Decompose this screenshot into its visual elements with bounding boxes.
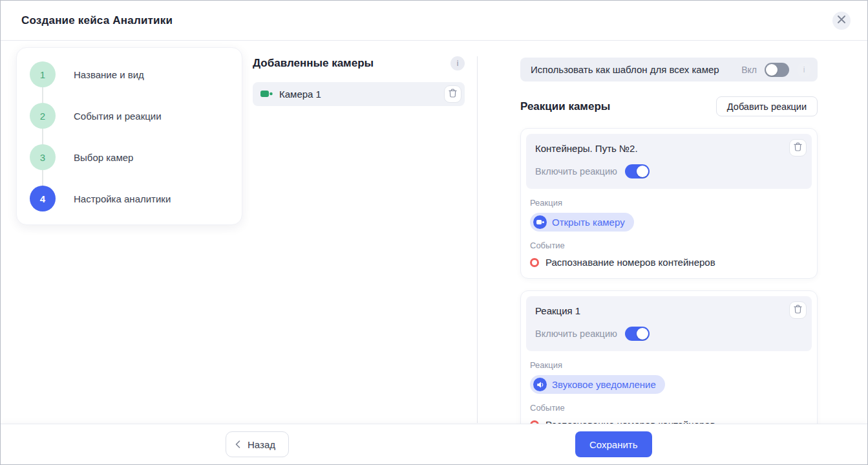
reaction-chip-label: Открыть камеру bbox=[552, 217, 625, 228]
column-divider bbox=[477, 56, 478, 423]
added-cameras-panel: Добавленные камеры i Камера 1 bbox=[253, 56, 465, 106]
reaction-card: Контейнеры. Путь №2. Включить реакцию Ре… bbox=[520, 128, 818, 279]
enable-reaction-toggle[interactable] bbox=[625, 164, 650, 178]
step-label: Выбор камер bbox=[74, 152, 133, 163]
event-name: Распознавание номеров контейнеров bbox=[545, 257, 715, 268]
delete-reaction-button[interactable] bbox=[789, 301, 807, 319]
reaction-card-title: Контейнеры. Путь №2. bbox=[535, 143, 804, 154]
step-connector bbox=[42, 87, 43, 103]
dialog-header: Создание кейса Аналитики bbox=[1, 1, 867, 41]
stepper-step-4-active[interactable]: 4 Настройка аналитики bbox=[30, 186, 229, 211]
step-number-badge: 2 bbox=[30, 103, 56, 129]
reaction-card-header: Контейнеры. Путь №2. Включить реакцию bbox=[526, 134, 812, 189]
trash-icon bbox=[449, 89, 457, 100]
reaction-chip-label: Звуковое уведомление bbox=[552, 379, 656, 390]
enable-reaction-toggle[interactable] bbox=[625, 327, 650, 341]
close-button[interactable] bbox=[832, 12, 851, 30]
enable-reaction-label: Включить реакцию bbox=[535, 166, 617, 177]
step-number-badge: 3 bbox=[30, 144, 56, 170]
dialog-footer: Назад Сохранить bbox=[1, 424, 867, 464]
step-number-badge: 4 bbox=[30, 186, 56, 211]
delete-camera-button[interactable] bbox=[444, 85, 461, 103]
stepper-card: 1 Название и вид 2 События и реакции 3 В… bbox=[16, 47, 242, 225]
reaction-chip[interactable]: Открыть камеру bbox=[530, 213, 634, 232]
step-number-badge: 1 bbox=[30, 61, 56, 87]
camera-icon bbox=[533, 215, 547, 229]
template-banner-label: Использовать как шаблон для всех камер bbox=[531, 64, 734, 75]
delete-reaction-button[interactable] bbox=[789, 139, 807, 157]
added-cameras-header: Добавленные камеры i bbox=[253, 56, 465, 70]
step-label: Название и вид bbox=[74, 69, 144, 80]
save-button[interactable]: Сохранить bbox=[575, 431, 652, 457]
enable-reaction-label: Включить реакцию bbox=[535, 329, 617, 339]
reactions-title: Реакции камеры bbox=[520, 100, 610, 113]
added-cameras-title: Добавленные камеры bbox=[253, 57, 374, 70]
reactions-header: Реакции камеры Добавить реакции bbox=[520, 96, 818, 116]
step-label: Настройка аналитики bbox=[74, 193, 171, 204]
step-label: События и реакции bbox=[74, 111, 162, 122]
template-toggle[interactable] bbox=[765, 63, 789, 77]
camera-list-item[interactable]: Камера 1 bbox=[253, 82, 465, 106]
info-icon[interactable]: i bbox=[450, 56, 465, 70]
create-analytics-case-dialog: Создание кейса Аналитики 1 Название и ви… bbox=[0, 0, 868, 465]
toggle-caption: Вкл bbox=[741, 65, 757, 75]
video-camera-icon bbox=[260, 89, 273, 100]
enable-reaction-row: Включить реакцию bbox=[535, 164, 804, 178]
page-title: Создание кейса Аналитики bbox=[21, 14, 173, 27]
event-section-label: Событие bbox=[530, 241, 808, 250]
reaction-card-header: Реакция 1 Включить реакцию bbox=[526, 296, 812, 351]
toggle-knob bbox=[766, 64, 778, 76]
enable-reaction-row: Включить реакцию bbox=[535, 327, 804, 341]
reaction-card: Реакция 1 Включить реакцию Реакция Звуко… bbox=[520, 290, 818, 441]
step-connector bbox=[42, 129, 43, 144]
back-button-label: Назад bbox=[248, 439, 275, 450]
add-reactions-button[interactable]: Добавить реакции bbox=[716, 96, 818, 116]
record-ring-icon bbox=[530, 258, 539, 267]
toggle-knob bbox=[637, 328, 648, 340]
reaction-card-title: Реакция 1 bbox=[535, 305, 804, 316]
toggle-knob bbox=[637, 166, 648, 177]
stepper-step-2[interactable]: 2 События и реакции bbox=[30, 103, 229, 129]
trash-icon bbox=[794, 142, 802, 153]
event-row: Распознавание номеров контейнеров bbox=[530, 257, 808, 268]
trash-icon bbox=[794, 305, 802, 316]
close-icon bbox=[838, 16, 845, 25]
reaction-section-label: Реакция bbox=[530, 198, 808, 208]
reactions-panel: Использовать как шаблон для всех камер В… bbox=[520, 58, 818, 441]
reaction-chip[interactable]: Звуковое уведомление bbox=[530, 375, 665, 394]
speaker-icon bbox=[533, 378, 547, 391]
stepper-step-1[interactable]: 1 Название и вид bbox=[30, 61, 229, 87]
step-connector bbox=[42, 170, 43, 186]
camera-name: Камера 1 bbox=[279, 89, 438, 100]
back-button[interactable]: Назад bbox=[226, 431, 289, 457]
chevron-left-icon bbox=[235, 439, 240, 450]
info-icon[interactable]: i bbox=[797, 63, 811, 77]
template-banner: Использовать как шаблон для всех камер В… bbox=[520, 58, 818, 81]
event-section-label: Событие bbox=[530, 403, 808, 413]
reaction-section-label: Реакция bbox=[530, 360, 808, 370]
stepper-step-3[interactable]: 3 Выбор камер bbox=[30, 144, 229, 170]
